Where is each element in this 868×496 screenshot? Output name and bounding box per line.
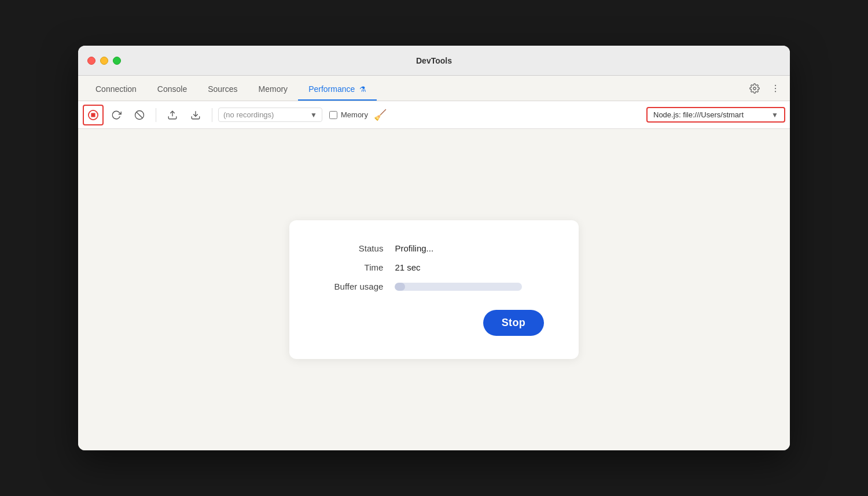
buffer-label: Buffer usage — [312, 282, 383, 291]
recordings-dropdown-arrow: ▼ — [310, 111, 317, 119]
devtools-window: DevTools Connection Console Sources Memo… — [78, 46, 790, 450]
stop-button[interactable]: Stop — [483, 310, 544, 336]
toolbar-divider-2 — [212, 108, 212, 122]
traffic-lights — [87, 57, 121, 65]
time-value: 21 sec — [395, 262, 544, 272]
profiling-card: Status Profiling... Time 21 sec Buffer u… — [289, 220, 579, 359]
more-icon — [770, 83, 781, 94]
tab-performance[interactable]: Performance ⚗ — [298, 79, 377, 101]
tab-sources[interactable]: Sources — [197, 79, 248, 101]
window-title: DevTools — [416, 56, 452, 65]
tab-bar-actions — [747, 81, 783, 96]
tab-console[interactable]: Console — [147, 79, 197, 101]
toolbar-divider-1 — [156, 108, 156, 122]
upload-button[interactable] — [162, 105, 183, 125]
more-options-button[interactable] — [768, 81, 783, 96]
flask-icon: ⚗ — [359, 85, 366, 94]
toolbar: (no recordings) ▼ Memory 🧹 Node.js: file… — [78, 101, 790, 129]
download-icon — [190, 110, 201, 120]
stop-record-svg — [88, 109, 98, 121]
node-select[interactable]: Node.js: file:///Users/stmart ▼ — [646, 107, 785, 123]
svg-point-0 — [753, 87, 756, 90]
memory-label: Memory — [341, 110, 368, 119]
profiling-info-grid: Status Profiling... Time 21 sec Buffer u… — [312, 243, 544, 291]
svg-line-7 — [137, 112, 143, 118]
status-label: Status — [312, 243, 383, 253]
title-bar: DevTools — [78, 46, 790, 76]
record-button[interactable] — [83, 105, 104, 125]
recordings-select[interactable]: (no recordings) ▼ — [218, 108, 322, 122]
buffer-bar-container — [395, 283, 522, 291]
tab-bar: Connection Console Sources Memory Perfor… — [78, 76, 790, 101]
settings-button[interactable] — [747, 81, 762, 96]
broom-icon[interactable]: 🧹 — [374, 109, 387, 121]
svg-point-3 — [775, 91, 776, 92]
clear-icon — [134, 110, 145, 120]
upload-icon — [167, 110, 178, 120]
svg-point-1 — [775, 85, 776, 86]
svg-point-2 — [775, 88, 776, 89]
node-select-label: Node.js: file:///Users/stmart — [653, 110, 768, 119]
maximize-button[interactable] — [113, 57, 121, 65]
time-label: Time — [312, 262, 383, 272]
reload-icon — [111, 110, 122, 120]
stop-btn-row: Stop — [312, 310, 544, 336]
tab-connection[interactable]: Connection — [85, 79, 147, 101]
download-button[interactable] — [185, 105, 206, 125]
memory-checkbox[interactable] — [329, 111, 337, 119]
svg-rect-5 — [91, 113, 95, 117]
memory-section: Memory 🧹 — [329, 109, 387, 121]
minimize-button[interactable] — [100, 57, 108, 65]
clear-button[interactable] — [129, 105, 150, 125]
gear-icon — [749, 83, 760, 94]
record-stop-icon — [88, 110, 98, 120]
node-dropdown-arrow: ▼ — [771, 111, 778, 119]
reload-button[interactable] — [106, 105, 127, 125]
tab-memory[interactable]: Memory — [248, 79, 299, 101]
recordings-placeholder: (no recordings) — [223, 110, 308, 119]
status-value: Profiling... — [395, 243, 544, 253]
main-content: Status Profiling... Time 21 sec Buffer u… — [78, 129, 790, 450]
buffer-bar-fill — [395, 283, 405, 291]
close-button[interactable] — [87, 57, 95, 65]
